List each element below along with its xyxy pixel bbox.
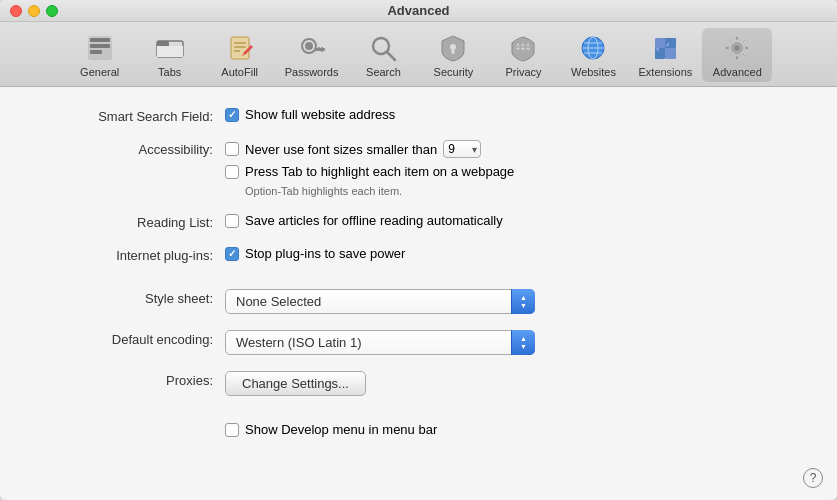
- toolbar-item-general[interactable]: General: [65, 28, 135, 82]
- svg-rect-1: [90, 38, 110, 42]
- svg-point-12: [305, 42, 313, 50]
- tabs-icon: [154, 32, 186, 64]
- extensions-label: Extensions: [638, 66, 692, 78]
- passwords-label: Passwords: [285, 66, 339, 78]
- default-encoding-controls: Western (ISO Latin 1) Unicode (UTF-8) Ja…: [225, 330, 797, 355]
- toolbar-item-websites[interactable]: Websites: [558, 28, 628, 82]
- websites-label: Websites: [571, 66, 616, 78]
- stop-plugins-row: Stop plug-ins to save power: [225, 246, 797, 261]
- toolbar-item-autofill[interactable]: AutoFill: [205, 28, 275, 82]
- svg-rect-26: [664, 38, 676, 48]
- reading-list-controls: Save articles for offline reading automa…: [225, 213, 797, 228]
- save-articles-checkbox[interactable]: [225, 214, 239, 228]
- websites-icon: [577, 32, 609, 64]
- accessibility-controls: Never use font sizes smaller than 9 10 1…: [225, 140, 797, 197]
- develop-menu-label: Show Develop menu in menu bar: [245, 422, 437, 437]
- help-button[interactable]: ?: [803, 468, 823, 488]
- extensions-icon: [649, 32, 681, 64]
- internet-plugins-controls: Stop plug-ins to save power: [225, 246, 797, 261]
- style-sheet-select[interactable]: None Selected Other...: [225, 289, 535, 314]
- general-label: General: [80, 66, 119, 78]
- font-size-select[interactable]: 9 10 12 14: [443, 140, 481, 158]
- reading-list-label: Reading List:: [40, 213, 225, 230]
- svg-rect-15: [318, 47, 320, 51]
- press-tab-checkbox[interactable]: [225, 165, 239, 179]
- proxies-row: Proxies: Change Settings...: [40, 371, 797, 396]
- develop-menu-check-row: Show Develop menu in menu bar: [225, 422, 797, 437]
- svg-rect-3: [90, 50, 102, 54]
- minimize-button[interactable]: [28, 5, 40, 17]
- accessibility-row: Accessibility: Never use font sizes smal…: [40, 140, 797, 197]
- internet-plugins-label: Internet plug-ins:: [40, 246, 225, 263]
- traffic-lights: [10, 5, 58, 17]
- toolbar-item-security[interactable]: Security: [418, 28, 488, 82]
- svg-rect-27: [655, 38, 665, 48]
- accessibility-label: Accessibility:: [40, 140, 225, 157]
- develop-menu-checkbox[interactable]: [225, 423, 239, 437]
- style-sheet-row: Style sheet: None Selected Other...: [40, 289, 797, 314]
- default-encoding-select[interactable]: Western (ISO Latin 1) Unicode (UTF-8) Ja…: [225, 330, 535, 355]
- tabs-label: Tabs: [158, 66, 181, 78]
- toolbar-item-privacy[interactable]: Privacy: [488, 28, 558, 82]
- proxies-label: Proxies:: [40, 371, 225, 388]
- default-encoding-label: Default encoding:: [40, 330, 225, 347]
- svg-line-17: [387, 52, 395, 60]
- font-size-label: Never use font sizes smaller than: [245, 142, 437, 157]
- reading-list-row: Reading List: Save articles for offline …: [40, 213, 797, 230]
- toolbar-item-extensions[interactable]: Extensions: [628, 28, 702, 82]
- internet-plugins-row: Internet plug-ins: Stop plug-ins to save…: [40, 246, 797, 263]
- font-size-select-wrapper: 9 10 12 14: [443, 140, 481, 158]
- advanced-icon: [721, 32, 753, 64]
- change-settings-button[interactable]: Change Settings...: [225, 371, 366, 396]
- toolbar-item-tabs[interactable]: Tabs: [135, 28, 205, 82]
- content-area: Smart Search Field: Show full website ad…: [0, 87, 837, 500]
- autofill-label: AutoFill: [221, 66, 258, 78]
- style-sheet-select-wrapper: None Selected Other...: [225, 289, 535, 314]
- svg-rect-19: [452, 49, 455, 54]
- default-encoding-select-wrapper: Western (ISO Latin 1) Unicode (UTF-8) Ja…: [225, 330, 535, 355]
- privacy-label: Privacy: [505, 66, 541, 78]
- default-encoding-select-row: Western (ISO Latin 1) Unicode (UTF-8) Ja…: [225, 330, 797, 355]
- save-articles-row: Save articles for offline reading automa…: [225, 213, 797, 228]
- search-label: Search: [366, 66, 401, 78]
- passwords-icon: [296, 32, 328, 64]
- smart-search-controls: Show full website address: [225, 107, 797, 122]
- proxies-controls: Change Settings...: [225, 371, 797, 396]
- close-button[interactable]: [10, 5, 22, 17]
- default-encoding-row: Default encoding: Western (ISO Latin 1) …: [40, 330, 797, 355]
- stop-plugins-checkbox[interactable]: [225, 247, 239, 261]
- svg-rect-2: [90, 44, 110, 48]
- develop-menu-row: Show Develop menu in menu bar: [40, 422, 797, 437]
- smart-search-row: Smart Search Field: Show full website ad…: [40, 107, 797, 124]
- style-sheet-label: Style sheet:: [40, 289, 225, 306]
- svg-rect-28: [665, 48, 676, 59]
- press-tab-label: Press Tab to highlight each item on a we…: [245, 164, 514, 179]
- svg-rect-6: [157, 46, 183, 57]
- toolbar-item-passwords[interactable]: Passwords: [275, 28, 349, 82]
- show-full-address-row: Show full website address: [225, 107, 797, 122]
- font-size-checkbox[interactable]: [225, 142, 239, 156]
- search-icon: [367, 32, 399, 64]
- privacy-icon: [507, 32, 539, 64]
- develop-menu-controls: Show Develop menu in menu bar: [225, 422, 797, 437]
- stop-plugins-label: Stop plug-ins to save power: [245, 246, 405, 261]
- svg-rect-14: [321, 47, 323, 52]
- proxies-button-row: Change Settings...: [225, 371, 797, 396]
- autofill-icon: [224, 32, 256, 64]
- general-icon: [84, 32, 116, 64]
- toolbar-item-search[interactable]: Search: [348, 28, 418, 82]
- security-label: Security: [434, 66, 474, 78]
- font-size-row: Never use font sizes smaller than 9 10 1…: [225, 140, 797, 158]
- toolbar-item-advanced[interactable]: Advanced: [702, 28, 772, 82]
- maximize-button[interactable]: [46, 5, 58, 17]
- develop-menu-empty-label: [40, 422, 225, 424]
- advanced-label: Advanced: [713, 66, 762, 78]
- style-sheet-controls: None Selected Other...: [225, 289, 797, 314]
- show-full-address-text: Show full website address: [245, 107, 395, 122]
- style-sheet-select-row: None Selected Other...: [225, 289, 797, 314]
- press-tab-row: Press Tab to highlight each item on a we…: [225, 164, 797, 179]
- toolbar: General Tabs: [0, 22, 837, 87]
- titlebar: Advanced: [0, 0, 837, 22]
- show-full-address-checkbox[interactable]: [225, 108, 239, 122]
- tab-hint-text: Option-Tab highlights each item.: [245, 185, 797, 197]
